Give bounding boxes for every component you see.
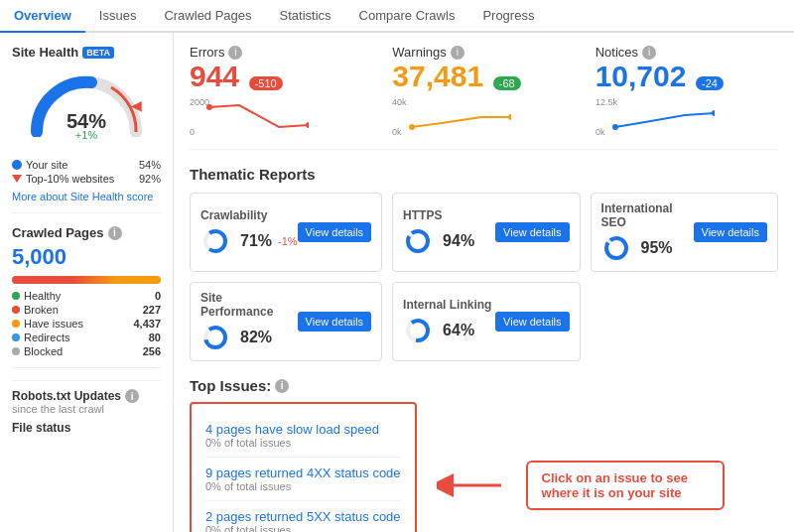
- warnings-metric: Warnings i 37,481 -68 40k 0k: [392, 45, 575, 137]
- arrow-container: [437, 473, 506, 497]
- internal-linking-name: Internal Linking: [403, 298, 491, 312]
- svg-point-3: [306, 122, 309, 128]
- crawlability-change: -1%: [278, 235, 298, 247]
- site-health-section: Site Health BETA 54% +1% ◀ Your site: [12, 45, 161, 202]
- nav-item-crawled[interactable]: Crawled Pages: [150, 0, 265, 31]
- thematic-reports-section: Thematic Reports Crawlability 71% -1%: [190, 166, 778, 361]
- site-health-link[interactable]: More about Site Health score: [12, 191, 161, 202]
- issue-sub-0: 0% of total issues: [205, 437, 401, 449]
- warnings-badge: -68: [493, 76, 521, 90]
- nav-item-issues[interactable]: Issues: [85, 0, 151, 31]
- report-crawlability: Crawlability 71% -1% View details: [190, 193, 382, 272]
- notices-value: 10,702: [596, 60, 687, 92]
- warnings-info-icon[interactable]: i: [451, 46, 464, 60]
- robots-section: Robots.txt Updates i since the last craw…: [12, 380, 161, 435]
- gauge-change: +1%: [75, 129, 97, 141]
- reports-grid: Crawlability 71% -1% View details: [190, 193, 778, 361]
- top10-label: Top-10% websites: [26, 173, 114, 185]
- broken-dot: [12, 306, 20, 314]
- issue-link-2[interactable]: 2 pages returned 5XX status code: [205, 509, 401, 524]
- crawlability-view-btn[interactable]: View details: [298, 222, 372, 242]
- issue-link-0[interactable]: 4 pages have slow load speed: [205, 422, 401, 437]
- robots-info-icon[interactable]: i: [125, 389, 139, 403]
- crawled-pages-info-icon[interactable]: i: [108, 226, 122, 240]
- nav-item-progress[interactable]: Progress: [468, 0, 548, 31]
- internal-linking-score: 64%: [443, 322, 474, 339]
- warnings-label: Warnings: [392, 45, 446, 60]
- healthy-label: Healthy: [24, 290, 61, 302]
- internal-linking-view-btn[interactable]: View details: [495, 312, 570, 332]
- notices-info-icon[interactable]: i: [642, 46, 656, 60]
- svg-text:0k: 0k: [392, 127, 402, 137]
- issue-sub-1: 0% of total issues: [205, 480, 401, 492]
- svg-point-11: [712, 110, 715, 116]
- errors-metric: Errors i 944 -510 2000 0: [190, 45, 372, 137]
- international-seo-name: International SEO: [601, 201, 694, 229]
- site-performance-name: Site Performance: [200, 291, 298, 319]
- report-site-performance: Site Performance 82% View details: [190, 282, 382, 361]
- beta-badge: BETA: [82, 47, 114, 59]
- broken-val: 227: [143, 304, 161, 316]
- site-performance-score: 82%: [240, 329, 272, 346]
- https-name: HTTPS: [403, 208, 474, 222]
- redirects-label: Redirects: [24, 332, 69, 343]
- svg-point-6: [409, 124, 415, 130]
- warnings-value: 37,481: [392, 60, 483, 92]
- https-view-btn[interactable]: View details: [495, 222, 570, 242]
- gauge-arrow: ◀: [131, 97, 142, 113]
- crawlability-score: 71%: [240, 232, 272, 250]
- nav-bar: Overview Issues Crawled Pages Statistics…: [0, 0, 794, 33]
- blocked-val: 256: [143, 345, 161, 357]
- broken-label: Broken: [24, 304, 59, 316]
- errors-value: 944: [190, 60, 239, 92]
- top-issues-info-icon[interactable]: i: [275, 379, 289, 393]
- crawled-pages-value: 5,000: [12, 244, 161, 270]
- report-https: HTTPS 94% View details: [392, 193, 580, 272]
- issue-link-1[interactable]: 9 pages returned 4XX status code: [205, 466, 401, 480]
- svg-text:0: 0: [190, 127, 195, 137]
- issues-row: 4 pages have slow load speed 0% of total…: [190, 402, 778, 532]
- blocked-dot: [12, 347, 20, 355]
- svg-point-7: [508, 114, 511, 120]
- redirects-val: 80: [149, 332, 161, 343]
- file-status-label: File status: [12, 421, 161, 435]
- top10-val: 92%: [139, 173, 161, 185]
- callout-box: Click on an issue to see where it is on …: [526, 461, 725, 510]
- nav-item-overview[interactable]: Overview: [0, 0, 85, 33]
- nav-item-statistics[interactable]: Statistics: [266, 0, 345, 31]
- have-issues-val: 4,437: [133, 318, 161, 330]
- site-performance-view-btn[interactable]: View details: [298, 312, 372, 332]
- your-site-val: 54%: [139, 159, 161, 171]
- svg-text:12.5k: 12.5k: [596, 97, 618, 107]
- svg-point-10: [612, 124, 618, 130]
- gauge-chart: 54% +1% ◀: [27, 67, 146, 137]
- international-seo-view-btn[interactable]: View details: [694, 222, 768, 242]
- robots-subtitle: since the last crawl: [12, 403, 161, 415]
- notices-metric: Notices i 10,702 -24 12.5k 0k: [596, 45, 778, 137]
- redirects-dot: [12, 333, 20, 341]
- international-seo-score: 95%: [641, 239, 673, 257]
- svg-text:40k: 40k: [392, 97, 407, 107]
- top-issues-section: Top Issues: i 4 pages have slow load spe…: [190, 377, 778, 532]
- issue-item-2[interactable]: 2 pages returned 5XX status code 0% of t…: [205, 501, 401, 532]
- healthy-val: 0: [155, 290, 161, 302]
- crawled-pages-title: Crawled Pages: [12, 225, 104, 240]
- svg-text:2000: 2000: [190, 97, 209, 107]
- nav-item-compare[interactable]: Compare Crawls: [345, 0, 469, 31]
- metrics-row: Errors i 944 -510 2000 0: [190, 45, 778, 150]
- issue-item-0[interactable]: 4 pages have slow load speed 0% of total…: [205, 414, 401, 458]
- robots-title: Robots.txt Updates: [12, 389, 121, 403]
- https-score: 94%: [443, 232, 474, 250]
- issues-box: 4 pages have slow load speed 0% of total…: [190, 402, 417, 532]
- your-site-label: Your site: [26, 159, 67, 171]
- issue-item-1[interactable]: 9 pages returned 4XX status code 0% of t…: [205, 458, 401, 501]
- top-issues-title: Top Issues:: [190, 377, 271, 394]
- have-issues-dot: [12, 320, 20, 328]
- blocked-label: Blocked: [24, 345, 63, 357]
- errors-info-icon[interactable]: i: [228, 46, 242, 60]
- report-international-seo: International SEO 95% View details: [591, 193, 778, 272]
- notices-badge: -24: [696, 76, 724, 90]
- report-internal-linking: Internal Linking 64% View details: [392, 282, 580, 361]
- crawled-pages-section: Crawled Pages i 5,000 Healthy 0 Broken 2…: [12, 225, 161, 357]
- thematic-title: Thematic Reports: [190, 166, 778, 183]
